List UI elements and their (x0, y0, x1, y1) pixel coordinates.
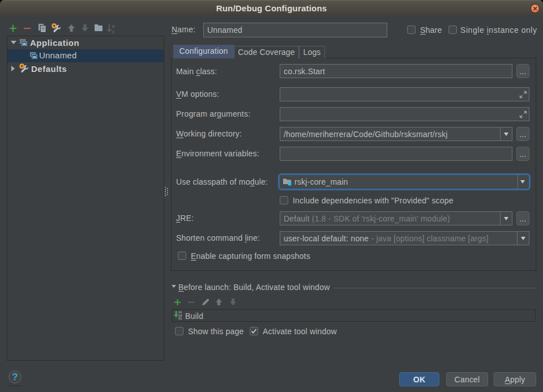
svg-text:z: z (112, 28, 115, 34)
svg-text:01: 01 (178, 317, 182, 320)
